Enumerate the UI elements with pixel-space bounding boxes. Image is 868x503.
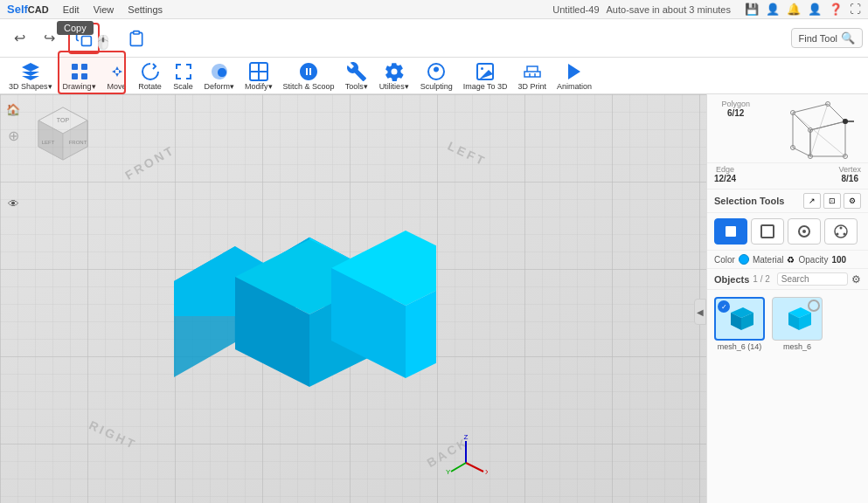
svg-rect-58 (761, 225, 774, 238)
tool-sculpting[interactable]: Sculpting (415, 59, 458, 93)
tool-utilities[interactable]: Utilities▾ (373, 59, 415, 93)
object-name-2: mesh_6 (783, 342, 811, 351)
3dshapes-label: 3D Shapes▾ (9, 82, 52, 91)
viewport: TOP LEFT FRONT FRONT LEFT RIGHT BACK (0, 94, 706, 503)
svg-point-56 (843, 119, 848, 124)
tool-3dprint[interactable]: 3D Print (513, 59, 552, 93)
app-logo: SelfCAD (7, 3, 49, 16)
autosave-status: Auto-save in about 3 minutes (607, 4, 731, 15)
polygon-value: 6/12 (711, 108, 760, 118)
objects-settings-icon[interactable]: ⚙ (851, 273, 861, 286)
svg-point-64 (837, 233, 839, 236)
tool-rotate[interactable]: Rotate (133, 59, 168, 93)
svg-text:Y: Y (446, 468, 451, 476)
tool-image-to-3d[interactable]: Image To 3D (458, 59, 513, 93)
sel-mode-face[interactable] (714, 218, 747, 245)
stitch-label: Stitch & Scoop (283, 82, 335, 91)
mesh-stats-section: Polygon 6/12 (707, 94, 868, 163)
objects-header: Objects 1 / 2 ⚙ (707, 269, 868, 290)
left-panel: 🏠 ⊕ 👁 (0, 94, 26, 218)
panel-collapse-button[interactable]: ◀ (694, 299, 706, 325)
rotate-label: Rotate (138, 82, 162, 91)
svg-point-63 (844, 233, 846, 236)
svg-point-60 (802, 230, 806, 233)
objects-count: 1 / 2 (753, 274, 769, 284)
doc-title: Untitled-49 (552, 4, 599, 15)
search-box[interactable] (777, 272, 848, 286)
account-icon[interactable]: 👤 (808, 3, 822, 16)
tool-modify[interactable]: Modify▾ (240, 59, 278, 93)
svg-marker-45 (810, 121, 845, 156)
tools-label: Tools▾ (345, 82, 368, 91)
svg-text:X: X (485, 468, 488, 476)
svg-point-62 (840, 227, 843, 230)
objects-label: Objects (714, 274, 749, 285)
tool-stitch[interactable]: Stitch & Scoop (278, 59, 340, 93)
tool-3dshapes[interactable]: 3D Shapes▾ (3, 59, 58, 93)
svg-rect-0 (82, 36, 92, 45)
search-icon: 🔍 (841, 31, 855, 45)
tool-scale[interactable]: Scale (168, 59, 199, 93)
vertex-label: Vertex (838, 165, 861, 174)
sel-mode-vertex[interactable] (788, 218, 821, 245)
svg-text:Z: Z (464, 433, 469, 441)
tool-tools[interactable]: Tools▾ (340, 59, 373, 93)
paste-button[interactable] (121, 23, 152, 54)
object-name-1: mesh_6 (14) (718, 342, 762, 351)
image-to-3d-label: Image To 3D (463, 82, 508, 91)
opacity-value: 100 (831, 255, 846, 265)
edge-value: 12/24 (714, 174, 736, 183)
eye-button[interactable]: 👁 (3, 194, 23, 213)
save-icon[interactable]: 💾 (745, 3, 759, 16)
sel-tool-icon-3[interactable]: ⚙ (844, 193, 861, 209)
utilities-label: Utilities▾ (379, 82, 409, 91)
edge-label: Edge (714, 165, 736, 174)
right-panel: Polygon 6/12 (706, 94, 868, 503)
polygon-label: Polygon (711, 100, 760, 108)
menu-view[interactable]: View (87, 4, 122, 15)
svg-marker-44 (793, 113, 810, 156)
sel-mode-edge[interactable] (751, 218, 784, 245)
home-button[interactable]: 🏠 (3, 100, 23, 119)
edge-vertex-row: Edge 12/24 Vertex 8/16 (707, 163, 868, 189)
color-label: Color (714, 255, 735, 265)
selection-tools-label: Selection Tools (714, 196, 784, 206)
object-item-2[interactable]: mesh_6 (772, 297, 823, 496)
menu-edit[interactable]: Edit (56, 4, 87, 15)
animation-label: Animation (557, 82, 592, 91)
selection-mode-buttons (707, 213, 868, 251)
material-label: Material (753, 255, 784, 265)
sculpting-label: Sculpting (420, 82, 453, 91)
expand-icon[interactable]: ⛶ (850, 3, 861, 16)
3dprint-label: 3D Print (518, 82, 547, 91)
find-tool-label: Find Tool (799, 33, 837, 44)
svg-line-46 (793, 113, 845, 156)
3d-object (156, 203, 436, 395)
tool-animation[interactable]: Animation (552, 59, 597, 93)
material-icon: ♻ (787, 255, 795, 265)
modify-label: Modify▾ (245, 82, 273, 91)
color-dot[interactable] (739, 254, 749, 265)
deform-label: Deform▾ (205, 82, 235, 91)
cursor-icon: 🖱️ (94, 34, 112, 51)
copy-highlight (58, 51, 126, 94)
svg-line-38 (466, 463, 483, 472)
undo-button[interactable]: ↩ (5, 24, 33, 52)
plus-button[interactable]: ⊕ (3, 126, 23, 145)
opacity-label: Opacity (798, 255, 828, 265)
bell-icon[interactable]: 🔔 (787, 3, 801, 16)
object-item-1[interactable]: ✓ mesh_6 (14) (714, 297, 765, 496)
objects-list: ✓ mesh_6 (14) (707, 290, 868, 503)
sel-tool-icon-2[interactable]: ⊡ (823, 193, 841, 209)
tool-deform[interactable]: Deform▾ (199, 59, 240, 93)
sel-tool-icon-1[interactable]: ↗ (803, 193, 821, 209)
user-icon[interactable]: 👤 (766, 3, 780, 16)
svg-rect-57 (726, 226, 736, 237)
scale-label: Scale (173, 82, 193, 91)
find-tool-button[interactable]: Find Tool 🔍 (791, 28, 863, 48)
svg-marker-43 (793, 104, 845, 130)
menu-settings[interactable]: Settings (121, 4, 170, 15)
sel-mode-other[interactable] (824, 218, 858, 245)
help-icon[interactable]: ❓ (829, 3, 843, 16)
search-input[interactable] (781, 274, 825, 284)
